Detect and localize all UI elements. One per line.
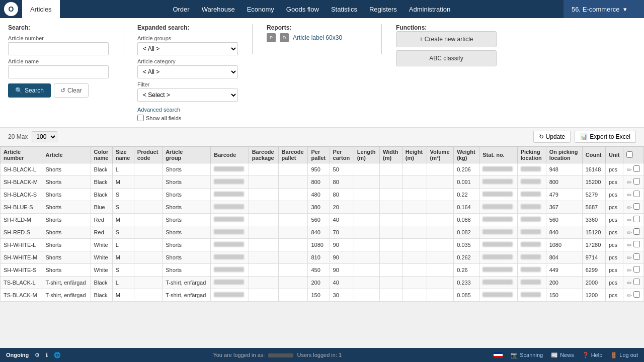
cell-color: Black (91, 176, 112, 189)
nav-statistics[interactable]: Statistics (331, 6, 357, 13)
cell-width (379, 239, 402, 251)
edit-icon[interactable]: ✏ (627, 179, 632, 186)
row-checkbox[interactable] (633, 191, 640, 197)
row-checkbox[interactable] (633, 178, 640, 185)
cell-actions: ✏ (623, 176, 644, 189)
nav-order[interactable]: Order (173, 6, 189, 13)
blurred-data (214, 254, 244, 259)
article-name-input[interactable] (8, 65, 109, 78)
col-article-group[interactable]: Articlegroup (163, 147, 211, 163)
cell-barcode-pallet (278, 226, 308, 239)
row-checkbox[interactable] (633, 216, 640, 222)
col-count[interactable]: Count (582, 147, 605, 163)
articles-table: Articlenumber Article Colorname Sizename… (0, 146, 644, 302)
cell-article-number: SH-BLACK-S (1, 189, 42, 201)
cell-barcode-pallet (278, 251, 308, 264)
show-all-fields-checkbox[interactable] (137, 115, 144, 121)
col-per-pallet[interactable]: Perpallet (308, 147, 330, 163)
blurred-data (214, 217, 244, 222)
export-excel-button[interactable]: 📊 Export to Excel (575, 131, 636, 143)
col-article[interactable]: Article (42, 147, 91, 163)
filter-label: Filter (137, 81, 238, 87)
col-size-name[interactable]: Sizename (112, 147, 134, 163)
select-all-checkbox[interactable] (626, 151, 633, 158)
cell-per-carton: 90 (330, 251, 354, 264)
create-article-button[interactable]: + Create new article (396, 31, 497, 47)
col-barcode-pallet[interactable]: Barcodepallet (278, 147, 308, 163)
col-barcode-package[interactable]: Barcodepackage (249, 147, 278, 163)
col-barcode[interactable]: Barcode (211, 147, 249, 163)
clear-button[interactable]: ↺ Clear (54, 83, 89, 98)
cell-picking-loc (517, 176, 546, 189)
cell-article-number: SH-WHITE-M (1, 251, 42, 264)
cell-picking-loc (517, 251, 546, 264)
edit-icon[interactable]: ✏ (627, 280, 632, 287)
max-select[interactable]: 100 20 50 200 (32, 131, 57, 142)
nav-goods-flow[interactable]: Goods flow (286, 6, 319, 13)
cell-barcode-pallet (278, 264, 308, 277)
filter-select[interactable]: < Select > (137, 88, 238, 102)
blurred-data (482, 242, 513, 247)
col-stat-no[interactable]: Stat. no. (479, 147, 517, 163)
abc-classify-button[interactable]: ABC classify (396, 50, 497, 66)
cell-barcode (211, 163, 249, 176)
article-label-link[interactable]: Article label 60x30 (293, 34, 342, 41)
row-checkbox[interactable] (633, 253, 640, 260)
col-product-code[interactable]: Productcode (134, 147, 162, 163)
row-checkbox[interactable] (633, 165, 640, 172)
row-checkbox[interactable] (633, 291, 640, 298)
edit-icon[interactable]: ✏ (627, 192, 632, 199)
cell-size: S (112, 189, 134, 201)
edit-icon[interactable]: ✏ (627, 292, 632, 299)
edit-icon[interactable]: ✏ (627, 217, 632, 224)
report-doc-icon: D (280, 33, 289, 42)
user-area[interactable]: 56, E-commerce ▾ (564, 0, 644, 18)
col-per-carton[interactable]: Percarton (330, 147, 354, 163)
cell-barcode-pkg (249, 277, 278, 289)
col-weight[interactable]: Weight(kg) (454, 147, 479, 163)
col-color-name[interactable]: Colorname (91, 147, 112, 163)
col-on-picking-location[interactable]: On pickinglocation (546, 147, 582, 163)
article-number-input[interactable] (8, 42, 109, 55)
row-checkbox[interactable] (633, 241, 640, 247)
cell-article-group: Shorts (163, 214, 211, 226)
col-article-number[interactable]: Articlenumber (1, 147, 42, 163)
col-length[interactable]: Length(m) (354, 147, 379, 163)
col-picking-location[interactable]: Pickinglocation (517, 147, 546, 163)
edit-icon[interactable]: ✏ (627, 254, 632, 261)
edit-icon[interactable]: ✏ (627, 229, 632, 236)
edit-icon[interactable]: ✏ (627, 267, 632, 274)
row-checkbox[interactable] (633, 228, 640, 235)
article-category-select[interactable]: < All > (137, 65, 238, 78)
blurred-data (482, 166, 513, 171)
articles-tab[interactable]: Articles (22, 0, 60, 18)
row-checkbox[interactable] (633, 279, 640, 285)
advanced-search-link[interactable]: Advanced search (137, 107, 238, 113)
nav-warehouse[interactable]: Warehouse (202, 6, 235, 13)
cell-weight: 0.085 (454, 289, 479, 302)
col-volume[interactable]: Volume(m³) (427, 147, 454, 163)
search-button[interactable]: 🔍 Search (8, 83, 51, 98)
cell-size: M (112, 289, 134, 302)
nav-registers[interactable]: Registers (369, 6, 397, 13)
cell-barcode-pallet (278, 239, 308, 251)
row-checkbox[interactable] (633, 266, 640, 273)
edit-icon[interactable]: ✏ (627, 166, 632, 173)
cell-unit: pcs (605, 176, 623, 189)
nav-administration[interactable]: Administration (409, 6, 450, 13)
update-button[interactable]: ↻ Update (533, 131, 571, 143)
cell-on-picking: 840 (546, 226, 582, 239)
col-height[interactable]: Height(m) (402, 147, 427, 163)
edit-icon[interactable]: ✏ (627, 242, 632, 249)
update-icon: ↻ (539, 133, 544, 140)
cell-barcode-pkg (249, 264, 278, 277)
cell-actions: ✏ (623, 214, 644, 226)
nav-economy[interactable]: Economy (247, 6, 274, 13)
cell-unit: pcs (605, 289, 623, 302)
col-unit[interactable]: Unit (605, 147, 623, 163)
articles-table-container: Articlenumber Article Colorname Sizename… (0, 146, 644, 302)
edit-icon[interactable]: ✏ (627, 204, 632, 211)
col-width[interactable]: Width(m) (379, 147, 402, 163)
article-groups-select[interactable]: < All > (137, 42, 238, 55)
row-checkbox[interactable] (633, 203, 640, 210)
